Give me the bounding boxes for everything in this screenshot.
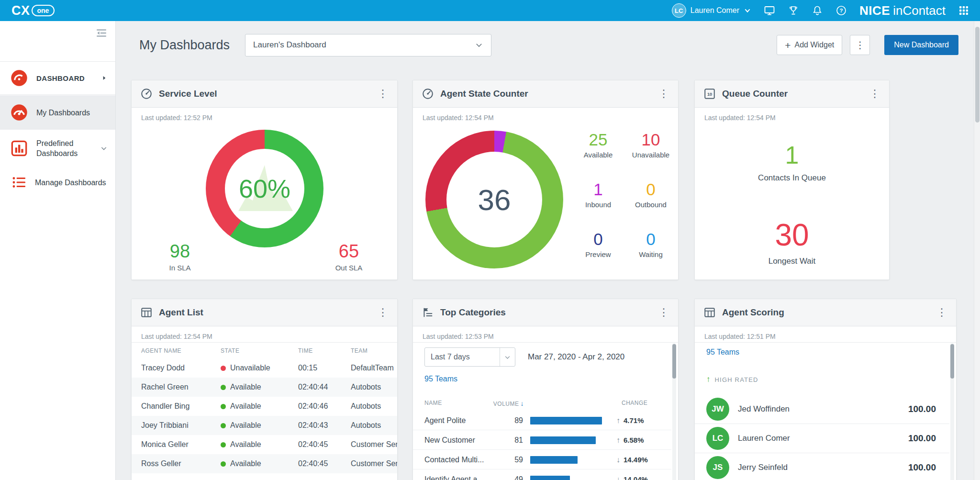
sidebar: DASHBOARD My Dashboards PredefinedDashbo… <box>0 21 116 480</box>
trophy-icon[interactable] <box>788 5 799 16</box>
in-sla-value: 98 <box>149 241 211 262</box>
screen-monitor-icon[interactable] <box>764 5 775 16</box>
widget-menu-icon[interactable]: ⋮ <box>936 307 947 318</box>
list-item: Agent Polite89↑4.71% <box>413 411 671 430</box>
column-name[interactable]: NAME <box>424 400 442 406</box>
widget-menu-icon[interactable]: ⋮ <box>377 89 389 99</box>
gauge-icon <box>140 88 153 100</box>
category-name: Agent Polite <box>424 411 491 430</box>
agent-state-label: Available <box>230 421 261 429</box>
sidebar-item-manage-dashboards[interactable]: Manage Dashboards <box>0 167 115 198</box>
plus-icon: + <box>785 40 791 50</box>
agent-state-dot <box>221 461 226 467</box>
widget-title: Agent Scoring <box>722 307 936 318</box>
table-row: Ross GellerAvailable02:40:45Customer Ser… <box>132 454 397 473</box>
avatar[interactable]: LC <box>672 3 686 18</box>
agent-list-columns: AGENT NAME STATE TIME TEAM <box>132 343 397 358</box>
add-widget-label: Add Widget <box>795 41 835 49</box>
agent-state: Available <box>221 402 298 411</box>
change-direction-icon: ↑ <box>616 436 620 444</box>
table-row: Tracey DoddUnavailable00:15DefaultTeam <box>132 358 397 378</box>
agent-list-rows: Tracey DoddUnavailable00:15DefaultTeam R… <box>132 358 397 473</box>
agent-state-label: Available <box>230 459 261 468</box>
table-icon <box>703 306 716 319</box>
agent-score: 100.00 <box>908 433 936 444</box>
agent-state: Available <box>221 440 298 449</box>
widget-header: Agent Scoring ⋮ <box>695 299 956 326</box>
sidebar-item-dashboard[interactable]: DASHBOARD <box>0 61 115 95</box>
agent-name: Ross Geller <box>141 459 221 468</box>
new-dashboard-button[interactable]: New Dashboard <box>884 35 958 55</box>
widget-service-level: Service Level ⋮ Last updated: 12:52 PM 6… <box>131 80 398 280</box>
table-row: Rachel GreenAvailable02:40:44Autobots <box>132 378 397 397</box>
agent-state: Available <box>221 421 298 430</box>
in-sla-stat: 98 In SLA <box>149 241 211 272</box>
dashboard-select[interactable]: Lauren's Dashboard <box>245 34 491 56</box>
widget-scrollbar <box>672 343 676 480</box>
column-time[interactable]: TIME <box>298 347 351 354</box>
sort-desc-icon: ↓ <box>521 400 524 407</box>
app-grid-icon[interactable] <box>958 5 969 16</box>
chevron-down-icon <box>475 41 483 49</box>
add-widget-button[interactable]: + Add Widget <box>777 35 842 55</box>
page-scrollbar <box>974 21 980 480</box>
svg-text:10: 10 <box>707 92 712 97</box>
widget-menu-icon[interactable]: ⋮ <box>869 89 880 99</box>
category-change: ↑4.71% <box>616 411 644 430</box>
widget-title: Agent List <box>159 307 377 318</box>
scrollbar-thumb[interactable] <box>950 344 954 379</box>
sidebar-item-my-dashboards[interactable]: My Dashboards <box>0 95 115 130</box>
last-updated: Last updated: 12:53 PM <box>413 326 678 343</box>
widget-menu-icon[interactable]: ⋮ <box>658 307 669 318</box>
brand-incontact: inContact <box>893 3 946 18</box>
category-change: ↓14.49% <box>616 450 648 469</box>
agent-score: 100.00 <box>908 404 936 414</box>
widget-title: Top Categories <box>440 307 658 318</box>
contacts-in-queue-stat: 1 Contacts In Queue <box>695 141 889 183</box>
chevron-down-icon <box>744 7 751 14</box>
dashboard-select-value: Lauren's Dashboard <box>253 40 475 50</box>
agent-state-donut: 36 <box>425 131 563 268</box>
widget-header: Agent List ⋮ <box>132 299 397 326</box>
column-state[interactable]: STATE <box>221 347 298 354</box>
chevron-down-icon <box>500 348 515 366</box>
widget-menu-icon[interactable]: ⋮ <box>377 307 389 318</box>
agent-time: 02:40:43 <box>298 421 351 430</box>
help-icon[interactable]: ? <box>835 5 847 16</box>
column-volume[interactable]: VOLUME↓ <box>480 400 524 407</box>
column-change[interactable]: CHANGE <box>622 400 647 406</box>
high-rated-header: ↑HIGH RATED <box>706 375 758 384</box>
agent-name: Rachel Green <box>141 383 221 391</box>
agent-state-dot <box>221 442 226 447</box>
widget-menu-icon[interactable]: ⋮ <box>658 89 669 99</box>
bell-icon[interactable] <box>812 5 823 16</box>
widget-header: Service Level ⋮ <box>132 80 397 108</box>
agent-state-label: Available <box>230 383 261 391</box>
top-categories-columns: NAME VOLUME↓ CHANGE <box>413 397 678 410</box>
column-team[interactable]: TEAM <box>351 347 397 354</box>
column-agent-name[interactable]: AGENT NAME <box>141 347 221 354</box>
agent-team: DefaultTeam <box>351 364 397 372</box>
agent-state-label: Unavailable <box>230 364 270 372</box>
agent-state-stat: 1Inbound <box>573 180 624 209</box>
cxone-logo-cloud: one <box>32 5 55 16</box>
dashboard-options-button[interactable]: ⋮ <box>850 35 870 55</box>
longest-wait-value: 30 <box>695 217 889 253</box>
table-row: Joey TribbianiAvailable02:40:43Autobots <box>132 416 397 435</box>
agent-team: Autobots <box>351 383 397 391</box>
user-menu[interactable]: LC Lauren Comer <box>672 3 751 18</box>
widget-agent-state-counter: Agent State Counter ⋮ Last updated: 12:5… <box>412 80 679 280</box>
scrollbar-thumb[interactable] <box>975 27 980 123</box>
widget-top-categories: Top Categories ⋮ Last updated: 12:53 PM … <box>412 299 679 480</box>
date-range-select[interactable]: Last 7 days <box>424 347 515 367</box>
table-row: Chandler BingAvailable02:40:46Autobots <box>132 397 397 416</box>
agent-state-total: 36 <box>478 183 511 217</box>
sidebar-item-predefined-dashboards[interactable]: PredefinedDashboards <box>0 130 115 167</box>
scrollbar-thumb[interactable] <box>672 344 676 379</box>
out-sla-label: Out SLA <box>318 264 380 272</box>
volume-bar <box>530 417 602 424</box>
teams-link[interactable]: 95 Teams <box>706 348 739 357</box>
teams-link[interactable]: 95 Teams <box>424 375 457 383</box>
collapse-menu-icon[interactable] <box>95 27 108 39</box>
last-updated: Last updated: 12:54 PM <box>132 326 397 343</box>
